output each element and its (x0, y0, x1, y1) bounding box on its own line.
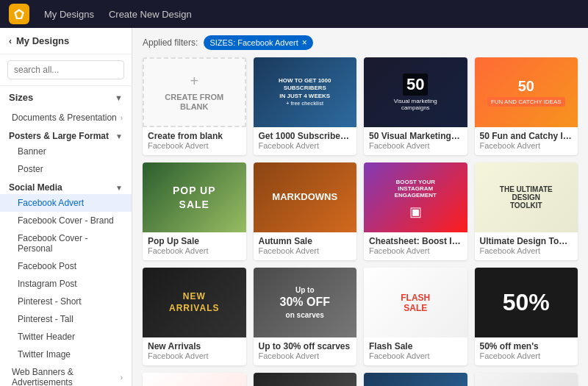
sidebar-item-facebook-post[interactable]: Facebook Post (0, 257, 132, 275)
sidebar-item-documents[interactable]: Documents & Presentation › (0, 109, 132, 126)
card-info-arrivals: New Arrivals Facebook Advert (143, 337, 246, 365)
template-card-subscribers[interactable]: HOW TO GET 1000SUBSCRIBERSIN JUST 4 WEEK… (254, 57, 357, 155)
sizes-chevron-icon: ▼ (115, 93, 123, 102)
sidebar-item-web-banners[interactable]: Web Banners & Advertisements › (0, 363, 132, 386)
fb-cover-brand-label: Facebook Cover - Brand (18, 215, 114, 226)
card-info-popup: Pop Up Sale Facebook Advert (143, 232, 246, 260)
facebook-post-label: Facebook Post (18, 261, 76, 271)
card-thumb-catchy: 50 FUN AND CATCHY IDEAS (475, 57, 578, 127)
catchy-num: 50 (518, 78, 534, 95)
sidebar-item-instagram-post[interactable]: Instagram Post (0, 275, 132, 293)
card-info-visual: 50 Visual Marketing Ca Facebook Advert (364, 127, 467, 155)
card-sub-flash: Facebook Advert (369, 351, 462, 360)
sidebar-item-facebook-advert[interactable]: Facebook Advert (0, 194, 132, 212)
template-card-endseason[interactable]: UP TO75% OFF End of Season Sale Facebook… (364, 373, 467, 386)
sidebar-search-container (0, 54, 132, 86)
sizes-section-header[interactable]: Sizes ▼ (0, 86, 132, 109)
card-title-arrivals: New Arrivals (148, 341, 241, 351)
sidebar-item-posters[interactable]: Posters & Large Format ▼ (0, 126, 132, 143)
sidebar-item-poster[interactable]: Poster (0, 160, 132, 178)
sidebar: ‹ My Designs Sizes ▼ Documents & Present… (0, 28, 132, 386)
card-sub-visual: Facebook Advert (369, 141, 462, 150)
sidebar-item-social-media[interactable]: Social Media ▼ (0, 178, 132, 194)
template-card-flash[interactable]: FLASHSALE Flash Sale Facebook Advert (364, 268, 467, 365)
card-thumb-toolkit: THE ULTIMATEDESIGNTOOLKIT (475, 162, 578, 232)
sidebar-item-pinterest-tall[interactable]: Pinterest - Tall (0, 310, 132, 328)
card-title-toolkit: Ultimate Design Toolkit (480, 236, 573, 246)
card-sub-arrivals: Facebook Advert (148, 351, 241, 360)
twitter-image-label: Twitter Image (18, 349, 71, 360)
posters-label: Posters & Large Format (9, 131, 109, 141)
card-thumb-visual: 50 Visual marketingcampaigns (364, 57, 467, 127)
card-sub-mens50: Facebook Advert (480, 351, 573, 360)
social-chevron-icon: ▼ (115, 184, 123, 192)
template-card-mens50[interactable]: 50% 50% off men's Facebook Advert (475, 268, 578, 365)
card-sub-toolkit: Facebook Advert (480, 246, 573, 255)
sizes-label: Sizes (9, 92, 33, 103)
template-card-arrivals[interactable]: NEWARRIVALS New Arrivals Facebook Advert (143, 268, 246, 365)
card-info-toolkit: Ultimate Design Toolkit Facebook Advert (475, 232, 578, 260)
card-title-visual: 50 Visual Marketing Ca (369, 131, 462, 141)
template-card-visual[interactable]: 50 Visual marketingcampaigns 50 Visual M… (364, 57, 467, 155)
sidebar-back-button[interactable]: ‹ My Designs (0, 28, 132, 54)
subscribers-thumb-text: HOW TO GET 1000SUBSCRIBERSIN JUST 4 WEEK… (276, 74, 334, 111)
filter-tag-text: SIZES: Facebook Advert (209, 38, 298, 47)
card-info-autumn: Autumn Sale Facebook Advert (254, 232, 357, 260)
catchy-badge: FUN AND CATCHY IDEAS (487, 97, 565, 107)
template-card-popup[interactable]: POP UPSALE Pop Up Sale Facebook Advert (143, 162, 246, 260)
card-thumb-autumn: MARKDOWNS (254, 162, 357, 232)
nav-my-designs[interactable]: My Designs (44, 9, 94, 20)
template-card-toolkit[interactable]: THE ULTIMATEDESIGNTOOLKIT Ultimate Desig… (475, 162, 578, 260)
sidebar-item-banner[interactable]: Banner (0, 143, 132, 160)
template-grid: + CREATE FROMBLANK Create from blank Fac… (143, 57, 578, 386)
content-area: Applied filters: SIZES: Facebook Advert … (132, 28, 588, 386)
card-thumb-scarves: Up to30% OFFon scarves (254, 268, 357, 337)
sidebar-item-twitter-header[interactable]: Twitter Header (0, 328, 132, 346)
card-title-scarves: Up to 30% off scarves (259, 341, 352, 351)
template-card-instagram[interactable]: BOOST YOURINSTAGRAMENGAGEMENT ▣ Cheatshe… (364, 162, 467, 260)
search-input[interactable] (7, 60, 124, 79)
template-card-blank[interactable]: + CREATE FROMBLANK Create from blank Fac… (143, 57, 246, 155)
back-arrow-icon: ‹ (9, 36, 12, 46)
card-sub-popup: Facebook Advert (148, 246, 241, 255)
filter-label: Applied filters: (143, 37, 198, 48)
instagram-logo-icon: ▣ (409, 204, 422, 220)
posters-chevron-icon: ▼ (115, 132, 123, 140)
web-banners-label: Web Banners & Advertisements (12, 367, 121, 386)
card-info-mens50: 50% off men's Facebook Advert (475, 337, 578, 365)
toolkit-thumb-text: THE ULTIMATEDESIGNTOOLKIT (494, 179, 559, 215)
card-sub-catchy: Facebook Advert (480, 141, 573, 150)
template-card-scarves[interactable]: Up to30% OFFon scarves Up to 30% off sca… (254, 268, 357, 365)
nav-create-new[interactable]: Create New Design (109, 9, 192, 20)
sidebar-item-twitter-image[interactable]: Twitter Image (0, 346, 132, 363)
card-thumb-salediscount: 70% OFF (254, 373, 357, 386)
filter-bar: Applied filters: SIZES: Facebook Advert … (143, 35, 578, 50)
card-title-flash: Flash Sale (369, 341, 462, 351)
card-title-popup: Pop Up Sale (148, 236, 241, 246)
instagram-post-label: Instagram Post (18, 279, 77, 289)
template-card-valentine[interactable]: Will you bemy Valentine? Will you be my … (143, 373, 246, 386)
filter-tag[interactable]: SIZES: Facebook Advert × (204, 35, 312, 50)
card-title-instagram: Cheatsheet: Boost Inst (369, 236, 462, 246)
facebook-advert-label: Facebook Advert (18, 198, 84, 208)
poster-label: Poster (18, 164, 43, 174)
sidebar-item-pinterest-short[interactable]: Pinterest - Short (0, 293, 132, 310)
card-title-subscribers: Get 1000 Subscribers i (259, 131, 352, 141)
template-card-autumn[interactable]: MARKDOWNS Autumn Sale Facebook Advert (254, 162, 357, 260)
autumn-thumb-text: MARKDOWNS (269, 188, 340, 207)
card-info-blank: Create from blank Facebook Advert (143, 127, 246, 155)
template-card-salediscount[interactable]: 70% OFF Sale Discount Facebook Advert (254, 373, 357, 386)
card-sub-subscribers: Facebook Advert (259, 141, 352, 150)
sidebar-item-fb-cover-brand[interactable]: Facebook Cover - Brand (0, 212, 132, 229)
filter-close-icon[interactable]: × (302, 37, 307, 48)
card-info-flash: Flash Sale Facebook Advert (364, 337, 467, 365)
sidebar-item-fb-cover-personal[interactable]: Facebook Cover - Personal (0, 229, 132, 257)
sidebar-back-label: My Designs (16, 35, 69, 46)
template-card-catchy[interactable]: 50 FUN AND CATCHY IDEAS 50 Fun and Catch… (475, 57, 578, 155)
card-sub-blank: Facebook Advert (148, 141, 241, 150)
template-card-winterstock[interactable]: 30%OFF 30% Off Winter Stock Facebook Adv… (475, 373, 578, 386)
visual-thumb-text: Visual marketingcampaigns (390, 98, 441, 111)
documents-arrow-icon: › (121, 114, 123, 122)
main-layout: ‹ My Designs Sizes ▼ Documents & Present… (0, 28, 588, 386)
plus-icon: + (190, 73, 198, 90)
